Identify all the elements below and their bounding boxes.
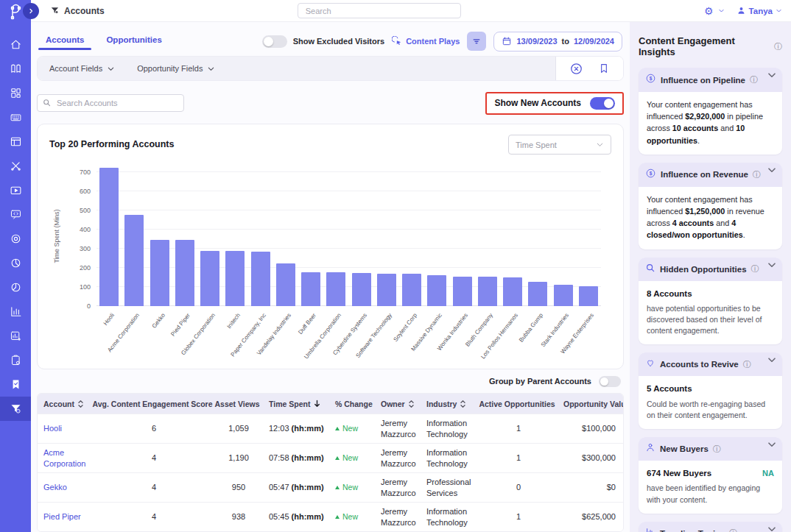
insight-card-header-influence-on-revenue[interactable]: $Influence on Revenueⓘ <box>639 163 782 187</box>
bookmark-saved-icon[interactable] <box>0 372 31 397</box>
column-header[interactable]: Active Opportunities <box>477 400 558 408</box>
keyboard-icon[interactable] <box>0 105 31 130</box>
clear-filters-button[interactable] <box>569 62 583 76</box>
bar[interactable] <box>377 274 396 307</box>
gear-icon[interactable]: ⚙ <box>704 6 714 16</box>
info-icon[interactable]: ⓘ <box>713 444 721 455</box>
accounts-filter-icon[interactable] <box>0 397 31 421</box>
info-icon[interactable]: ⓘ <box>750 74 758 85</box>
chart-filter-button[interactable] <box>467 32 486 51</box>
video-player-icon[interactable] <box>0 178 31 202</box>
chevron-down-icon[interactable] <box>768 263 776 268</box>
bar[interactable] <box>453 277 472 306</box>
show-excluded-visitors-toggle[interactable] <box>262 35 287 48</box>
account-link[interactable]: Gekko <box>43 483 67 492</box>
dashboard-icon[interactable] <box>0 81 31 105</box>
column-header[interactable]: Owner <box>375 400 421 408</box>
chevron-down-icon[interactable] <box>768 527 776 532</box>
bar[interactable] <box>301 272 320 306</box>
account-fields-dropdown[interactable]: Account Fields <box>49 64 115 73</box>
tabs-actions: Show Excluded Visitors Content Plays 13/… <box>262 32 624 52</box>
user-menu[interactable]: Tanya <box>736 6 782 15</box>
info-icon[interactable]: ⓘ <box>729 528 737 532</box>
bar[interactable] <box>124 215 144 306</box>
insight-card-header-influence-on-pipeline[interactable]: $Influence on Pipelineⓘ <box>639 68 782 92</box>
sidebar-expand-button[interactable] <box>23 3 39 19</box>
bar[interactable] <box>99 168 119 306</box>
chevron-down-icon[interactable] <box>768 168 776 173</box>
opportunity-fields-dropdown[interactable]: Opportunity Fields <box>137 64 215 73</box>
active-opportunities-cell: 1 <box>477 422 558 436</box>
bar[interactable] <box>251 252 270 306</box>
info-icon[interactable]: ⓘ <box>774 41 782 52</box>
info-icon[interactable]: ⓘ <box>753 169 761 180</box>
column-header[interactable]: Industry <box>421 400 477 408</box>
show-new-accounts-toggle[interactable] <box>590 97 615 110</box>
tools-icon[interactable] <box>0 154 31 178</box>
bar[interactable] <box>402 274 421 306</box>
insight-card-title: Trending Topics <box>660 529 725 532</box>
library-icon[interactable] <box>0 57 31 81</box>
column-header[interactable]: Opportunity Value <box>558 400 624 408</box>
dollar-circle-icon: $ <box>645 168 656 182</box>
bar[interactable] <box>200 251 219 306</box>
chart-metric-select[interactable]: Time Spent <box>508 135 611 155</box>
column-header[interactable]: Time Spent <box>263 400 329 408</box>
account-cell: Acme Corporation <box>38 446 94 471</box>
column-header[interactable]: % Change <box>329 400 375 408</box>
bar[interactable] <box>352 273 371 306</box>
global-search-input[interactable] <box>298 3 461 18</box>
insight-card-header-accounts-to-revive[interactable]: Accounts to Reviveⓘ <box>639 352 782 376</box>
insight-card-influence-on-revenue: $Influence on RevenueⓘYour content engag… <box>639 163 782 249</box>
doughnut-chart-icon[interactable] <box>0 275 31 299</box>
bar[interactable] <box>150 240 169 306</box>
date-range-button[interactable]: 13/09/2023 to 12/09/2024 <box>493 32 622 52</box>
bar[interactable] <box>427 275 446 306</box>
save-view-button[interactable] <box>598 63 610 74</box>
bar[interactable] <box>175 240 194 306</box>
target-icon[interactable] <box>0 227 31 251</box>
chevron-down-icon[interactable] <box>768 73 776 78</box>
comment-code-icon[interactable] <box>0 202 31 227</box>
content-plays-button[interactable]: Content Plays <box>392 36 460 47</box>
insight-card-header-hidden-opportunities[interactable]: Hidden Opportunitiesⓘ <box>639 258 782 281</box>
chevron-down-icon[interactable] <box>768 442 776 447</box>
home-icon[interactable] <box>0 32 31 57</box>
account-link[interactable]: Hooli <box>43 424 62 433</box>
info-icon[interactable]: ⓘ <box>751 263 759 274</box>
user-icon <box>736 6 746 15</box>
insight-card-header-new-buyers[interactable]: New Buyersⓘ <box>639 437 782 461</box>
bar-chart-icon[interactable] <box>0 299 31 324</box>
insight-description: Could be worth re-engaging based on thei… <box>647 399 774 421</box>
account-link[interactable]: Pied Piper <box>43 512 81 521</box>
y-tick-label: 200 <box>80 264 91 272</box>
insight-card-influence-on-pipeline: $Influence on PipelineⓘYour content enga… <box>639 68 782 155</box>
bar[interactable] <box>276 263 295 306</box>
accounts-search-input[interactable] <box>37 94 184 112</box>
bar[interactable] <box>579 286 598 306</box>
group-by-toggle[interactable] <box>599 376 621 387</box>
industry-cell: Professional Services <box>421 475 477 500</box>
column-header[interactable]: Asset Views <box>211 400 263 408</box>
info-icon[interactable]: ⓘ <box>743 359 751 370</box>
insight-card-header-trending-topics[interactable]: Trending Topicsⓘ <box>639 522 782 532</box>
bar[interactable] <box>554 285 573 306</box>
clipboard-icon[interactable] <box>0 348 31 372</box>
chevron-down-icon[interactable] <box>768 358 776 363</box>
pie-chart-icon[interactable] <box>0 251 31 275</box>
browser-window-icon[interactable] <box>0 130 31 154</box>
bar[interactable] <box>478 277 497 306</box>
column-header[interactable]: Avg. Content Engagement Score <box>94 400 211 408</box>
bar[interactable] <box>503 277 522 306</box>
account-link[interactable]: Acme Corporation <box>43 448 85 468</box>
gridline <box>96 191 601 191</box>
bar[interactable] <box>326 272 345 306</box>
bar[interactable] <box>225 251 245 306</box>
column-header[interactable]: Account <box>38 400 94 408</box>
tab-opportunities[interactable]: Opportunities <box>105 31 163 52</box>
report-add-icon[interactable] <box>0 324 31 348</box>
change-badge: New <box>335 423 372 433</box>
insight-card-body: 5 AccountsCould be worth re-engaging bas… <box>639 376 782 429</box>
tab-accounts[interactable]: Accounts <box>44 31 85 52</box>
bar[interactable] <box>528 282 547 306</box>
